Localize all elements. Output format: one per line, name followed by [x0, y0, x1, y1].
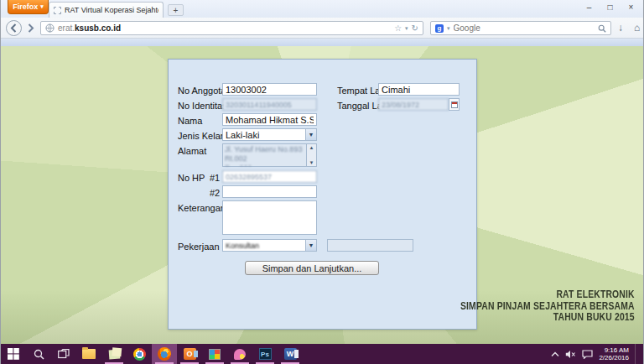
back-arrow-icon — [9, 23, 18, 33]
jenis-kelamin-value: Laki-laki — [223, 130, 305, 140]
tray-expand-chevron-icon[interactable] — [551, 351, 559, 357]
word-icon: W — [284, 348, 297, 360]
clock-date: 2/26/2016 — [599, 354, 629, 361]
action-center-icon[interactable] — [582, 350, 593, 359]
title-bar: Firefox ▾ RAT Virtual Koperasi Sejahtera… — [1, 0, 643, 18]
close-button[interactable]: × — [621, 0, 641, 14]
clock-time: 9:16 AM — [599, 346, 629, 354]
nama-label: Nama — [178, 116, 202, 126]
nama-input[interactable] — [222, 113, 317, 126]
reload-icon[interactable]: ↻ — [412, 23, 418, 33]
messenger-icon — [234, 349, 246, 360]
messenger-button[interactable] — [227, 344, 252, 364]
windows-logo-icon — [8, 348, 19, 360]
url-bar[interactable]: erat.ksusb.co.id ☆ ▾ ↻ — [40, 21, 423, 35]
no-hp1-input[interactable] — [222, 170, 317, 183]
maximize-button[interactable]: □ — [600, 0, 621, 14]
firefox-icon — [158, 347, 171, 361]
no-hp2-input[interactable] — [222, 185, 317, 198]
google-engine-icon[interactable]: g — [435, 24, 444, 33]
no-identitas-label: No Identitas — [178, 101, 227, 111]
show-desktop-button[interactable] — [635, 344, 638, 364]
globe-icon — [45, 23, 55, 33]
alamat-scrollbar[interactable]: ▲ ▼ — [306, 144, 316, 166]
keterangan-label: Keterangan — [178, 203, 226, 213]
firefox-menu-button[interactable]: Firefox ▾ — [8, 0, 49, 14]
chrome-button[interactable] — [127, 344, 152, 364]
browser-tab[interactable]: RAT Virtual Koperasi Sejahtera Bersama — [49, 2, 164, 18]
firefox-menu-label: Firefox — [13, 3, 38, 11]
photoshop-icon: Ps — [259, 348, 272, 360]
search-engine-dropdown-icon[interactable]: ▾ — [447, 25, 450, 32]
outlook-icon: O — [184, 348, 196, 360]
simpan-dan-lanjutkan-button[interactable]: Simpan dan Lanjutkan... — [245, 261, 379, 275]
footer-line-1: RAT ELEKTRONIK — [460, 289, 635, 300]
minimize-button[interactable]: – — [579, 0, 600, 14]
member-form-panel: No Anggota No Identitas Nama Jenis Kelam… — [168, 59, 477, 330]
tab-title: RAT Virtual Koperasi Sejahtera Bersama — [65, 6, 158, 14]
no-anggota-label: No Anggota — [178, 86, 226, 96]
taskbar-search-button[interactable] — [26, 344, 51, 364]
keterangan-textarea[interactable] — [222, 200, 317, 235]
jenis-kelamin-select[interactable]: Laki-laki ▼ — [222, 128, 317, 141]
scroll-down-icon[interactable]: ▼ — [309, 160, 314, 165]
url-domain: ksusb.co.id — [75, 23, 121, 33]
task-view-icon — [58, 349, 70, 359]
chevron-down-icon: ▾ — [40, 3, 44, 10]
search-input[interactable] — [454, 23, 595, 33]
page-top-strip — [1, 39, 643, 46]
no-identitas-input[interactable] — [222, 98, 317, 111]
tempat-lahir-input[interactable] — [378, 83, 460, 96]
sticky-notes-button[interactable] — [101, 344, 127, 364]
browser-window: Firefox ▾ RAT Virtual Koperasi Sejahtera… — [0, 0, 644, 364]
task-view-button[interactable] — [51, 344, 76, 364]
alamat-value: Jl. Yusuf Haeru No.893 Rt.002 Rw. 009 sa… — [223, 144, 306, 166]
outlook-button[interactable]: O — [177, 344, 202, 364]
no-hp1-tag: #1 — [210, 173, 220, 183]
page-footer-title: RAT ELEKTRONIK SIMPAN PINJAM SEJAHTERA B… — [460, 289, 635, 323]
file-explorer-icon — [82, 349, 96, 359]
footer-line-3: TAHUN BUKU 2015 — [460, 311, 635, 323]
download-icon[interactable]: ↓ — [618, 22, 623, 34]
url-text: erat.ksusb.co.id — [58, 23, 121, 33]
alamat-textarea[interactable]: Jl. Yusuf Haeru No.893 Rt.002 Rw. 009 sa… — [222, 143, 317, 167]
pekerjaan-value: Konsultan — [223, 242, 305, 250]
calendar-icon — [451, 101, 458, 108]
taskbar: O Ps W — [1, 344, 643, 364]
new-tab-button[interactable]: + — [168, 4, 184, 16]
media-player-button[interactable] — [202, 344, 227, 364]
pekerjaan-extra-input[interactable] — [327, 239, 413, 252]
home-icon[interactable]: ⌂ — [634, 22, 640, 34]
word-button[interactable]: W — [278, 344, 303, 364]
page-content: No Anggota No Identitas Nama Jenis Kelam… — [1, 39, 643, 344]
start-button[interactable] — [1, 344, 26, 364]
no-anggota-input[interactable] — [222, 83, 317, 96]
forward-button[interactable] — [24, 23, 36, 34]
alamat-label: Alamat — [178, 146, 206, 156]
chrome-icon — [133, 348, 146, 361]
url-subdomain: erat. — [58, 23, 75, 33]
media-player-icon — [209, 349, 221, 360]
photoshop-button[interactable]: Ps — [252, 344, 278, 364]
search-icon[interactable] — [598, 24, 606, 33]
sticky-notes-icon — [108, 349, 120, 359]
jenis-kelamin-dropdown-icon[interactable]: ▼ — [305, 129, 316, 140]
file-explorer-button[interactable] — [76, 344, 101, 364]
system-tray: 9:16 AM 2/26/2016 — [551, 344, 643, 364]
search-icon — [34, 349, 44, 360]
url-dropdown-icon[interactable]: ▾ — [405, 25, 408, 32]
search-box[interactable]: g ▾ — [430, 21, 611, 35]
pekerjaan-dropdown-icon[interactable]: ▼ — [305, 240, 316, 251]
bookmark-star-icon[interactable]: ☆ — [394, 23, 402, 33]
scroll-up-icon[interactable]: ▲ — [309, 145, 314, 150]
back-button[interactable] — [6, 20, 22, 36]
tanggal-lahir-input[interactable] — [378, 98, 449, 111]
taskbar-clock[interactable]: 9:16 AM 2/26/2016 — [599, 346, 629, 361]
no-hp2-tag: #2 — [210, 188, 220, 198]
date-picker-button[interactable] — [449, 98, 460, 111]
no-hp-label: No HP — [178, 173, 205, 183]
page-favicon-icon — [54, 7, 61, 14]
pekerjaan-select[interactable]: Konsultan ▼ — [222, 239, 317, 252]
volume-muted-icon[interactable] — [565, 350, 576, 359]
firefox-button-taskbar[interactable] — [152, 344, 177, 364]
